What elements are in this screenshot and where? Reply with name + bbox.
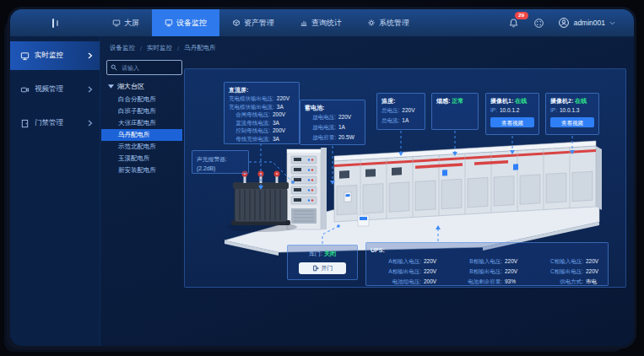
sidebar-item-access-control[interactable]: 门禁管理 xyxy=(10,109,100,138)
user-menu[interactable]: admin001 xyxy=(558,17,615,29)
breadcrumb-separator: / xyxy=(140,45,142,52)
card-title: 烟感: xyxy=(436,98,450,104)
card-title: 摄像机2: xyxy=(550,98,573,104)
battery-card: 蓄电池: 放电电压:220V 放电电流:1A 放电容量:20.5W xyxy=(300,100,365,145)
caret-down-icon xyxy=(108,84,114,89)
alarm-value: (2.2dB) xyxy=(197,164,244,173)
search-icon xyxy=(111,64,117,71)
tree-item-station-3[interactable]: 大张庄配电所 xyxy=(101,117,182,129)
monitor-icon xyxy=(165,19,173,27)
nav-tab-dashboard[interactable]: 大屏 xyxy=(100,9,152,36)
door-status-badge: 关闭 xyxy=(324,251,336,256)
tree-item-station-6[interactable]: 玉溪配电所 xyxy=(101,153,182,165)
chevron-right-icon xyxy=(88,120,93,127)
monitor-icon xyxy=(20,51,30,61)
breadcrumb-item-1[interactable]: 设备监控 xyxy=(110,44,135,52)
chevron-down-icon xyxy=(609,21,615,25)
app-window: 大屏 设备监控 资产管理 查询统计 系统管理 xyxy=(10,9,634,346)
view-video-button[interactable]: 查看视频 xyxy=(490,117,534,127)
card-title: 直流屏: xyxy=(229,86,295,94)
avatar-icon xyxy=(558,17,570,29)
nav-tab-label: 大屏 xyxy=(124,18,139,29)
sidebar-item-video-management[interactable]: 视频管理 xyxy=(10,75,100,104)
nav-tab-device-monitor[interactable]: 设备监控 xyxy=(152,9,219,36)
sidebar: 实时监控 视频管理 门禁管理 xyxy=(10,36,100,346)
fullscreen-button[interactable] xyxy=(533,16,546,30)
nav-tab-label: 资产管理 xyxy=(244,18,274,29)
tree-item-station-4-selected[interactable]: 乌丹配电所 xyxy=(101,129,182,141)
tree-parent-node[interactable]: 湖大台区 xyxy=(108,82,144,91)
door-icon xyxy=(20,119,30,128)
ups-grid: A相输入电压:220V B相输入电压:220V C相输入电压:220V A相输出… xyxy=(371,256,603,287)
gear-icon xyxy=(367,19,376,27)
status-badge: 在线 xyxy=(515,98,527,104)
alarm-label: 声光报警器: xyxy=(197,154,244,164)
smoke-sensor-card: 烟感: 正常 xyxy=(431,93,479,130)
monitor-panel: 直流屏: 充电模块输出电压:220V 充电模块输出电流:3A 合闸母线电压:20… xyxy=(184,68,626,288)
nav-tab-system[interactable]: 系统管理 xyxy=(354,9,422,36)
nav-right-cluster: 29 admin001 xyxy=(507,16,634,30)
door-open-icon xyxy=(312,265,319,272)
sidebar-item-label: 门禁管理 xyxy=(35,118,63,128)
username-label: admin001 xyxy=(574,19,605,27)
status-badge: 正常 xyxy=(452,98,463,104)
card-title: UPS: xyxy=(371,246,603,255)
chart-icon xyxy=(300,19,308,27)
tree-item-station-5[interactable]: 示范北配电所 xyxy=(101,141,182,153)
card-title: 蓄电池: xyxy=(305,104,360,112)
notification-bell-button[interactable]: 29 xyxy=(507,16,521,30)
dc-panel-card: 直流屏: 充电模块输出电压:220V 充电模块输出电流:3A 合闸母线电压:20… xyxy=(224,82,300,144)
chevron-right-icon xyxy=(88,86,93,93)
card-title: 摄像机1: xyxy=(490,98,513,104)
chevron-right-icon xyxy=(88,52,93,59)
tree-item-station-1[interactable]: 白合分配电所 xyxy=(101,94,182,105)
top-nav: 大屏 设备监控 资产管理 查询统计 系统管理 xyxy=(10,9,634,37)
nav-tab-label: 设备监控 xyxy=(176,18,207,29)
camera1-card: 摄像机1: 在线 IP:10.0.1.2 查看视频 xyxy=(485,93,539,135)
power-room-3d-scene xyxy=(218,132,602,259)
nav-tab-statistics[interactable]: 查询统计 xyxy=(287,9,354,36)
card-title: 温度: xyxy=(382,97,420,105)
video-camera-icon xyxy=(20,85,30,94)
desktop-background: 大屏 设备监控 资产管理 查询统计 系统管理 xyxy=(0,0,644,356)
tree-item-station-7[interactable]: 新安装配电所 xyxy=(101,165,182,176)
ups-card: UPS: A相输入电压:220V B相输入电压:220V C相输入电压:220V… xyxy=(365,242,609,286)
sidebar-item-realtime-monitor[interactable]: 实时监控 xyxy=(10,41,100,70)
screen-icon xyxy=(112,19,121,27)
door-label: 库门: xyxy=(309,251,322,256)
open-door-button[interactable]: 开门 xyxy=(299,262,346,274)
nav-tab-label: 查询统计 xyxy=(311,18,342,29)
breadcrumb: 设备监控 / 实时监控 / 乌丹配电所 xyxy=(110,41,216,55)
fullscreen-icon xyxy=(533,18,544,29)
camera2-card: 摄像机2: 在线 IP:10.0.1.3 查看视频 xyxy=(545,93,599,135)
nav-tab-label: 系统管理 xyxy=(379,18,409,29)
notification-badge: 29 xyxy=(515,12,528,19)
breadcrumb-item-2[interactable]: 实时监控 xyxy=(147,44,172,52)
logo-mark xyxy=(10,19,100,28)
temperature-card: 温度: 总电压:220V 总电流:1A xyxy=(376,93,425,130)
tree-search-box xyxy=(106,60,182,75)
box-icon xyxy=(232,19,241,27)
door-status-card: 库门: 关闭 开门 xyxy=(287,245,358,280)
tree-parent-label: 湖大台区 xyxy=(117,82,144,91)
breadcrumb-separator: / xyxy=(177,45,179,52)
station-tree-panel: 湖大台区 白合分配电所 白班子配电所 大张庄配电所 乌丹配电所 示范北配电所 玉… xyxy=(101,55,182,346)
sidebar-item-label: 视频管理 xyxy=(35,84,63,94)
tree-item-station-2[interactable]: 白班子配电所 xyxy=(101,105,182,117)
sound-light-alarm-card: 声光报警器: (2.2dB) xyxy=(192,150,249,174)
breadcrumb-item-3: 乌丹配电所 xyxy=(184,44,216,52)
nav-tabs: 大屏 设备监控 资产管理 查询统计 系统管理 xyxy=(100,9,422,36)
nav-tab-assets[interactable]: 资产管理 xyxy=(219,9,287,36)
search-input[interactable] xyxy=(120,64,178,72)
status-badge: 在线 xyxy=(575,98,587,104)
view-video-button[interactable]: 查看视频 xyxy=(550,117,594,127)
sidebar-item-label: 实时监控 xyxy=(35,51,63,61)
